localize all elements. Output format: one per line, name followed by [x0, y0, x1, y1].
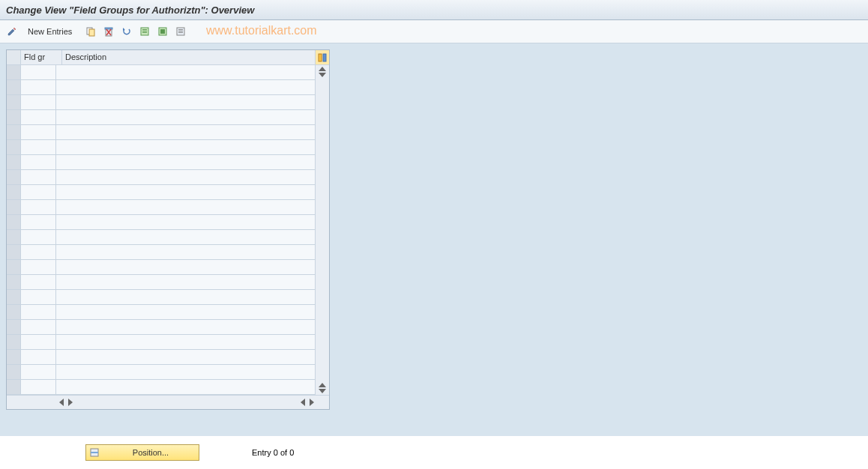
- table-row: [7, 155, 316, 170]
- cell-description[interactable]: [56, 140, 316, 155]
- row-selector[interactable]: [7, 140, 21, 155]
- column-header-fldgr[interactable]: Fld gr: [21, 50, 62, 65]
- row-selector[interactable]: [7, 260, 21, 275]
- cell-fldgr[interactable]: [21, 260, 56, 275]
- deselect-all-icon[interactable]: [173, 24, 188, 39]
- cell-fldgr[interactable]: [21, 65, 56, 80]
- cell-description[interactable]: [56, 350, 316, 365]
- row-selector[interactable]: [7, 275, 21, 290]
- column-header-description[interactable]: Description: [62, 50, 316, 65]
- cell-description[interactable]: [56, 185, 316, 200]
- cell-fldgr[interactable]: [21, 170, 56, 185]
- row-selector[interactable]: [7, 230, 21, 245]
- cell-fldgr[interactable]: [21, 290, 56, 305]
- cell-fldgr[interactable]: [21, 380, 56, 395]
- cell-description[interactable]: [56, 155, 316, 170]
- cell-fldgr[interactable]: [21, 305, 56, 320]
- cell-description[interactable]: [56, 95, 316, 110]
- row-selector[interactable]: [7, 305, 21, 320]
- scroll-left-icon[interactable]: [59, 399, 64, 406]
- svg-rect-17: [323, 54, 326, 61]
- cell-description[interactable]: [56, 65, 316, 80]
- cell-description[interactable]: [56, 245, 316, 260]
- cell-description[interactable]: [56, 125, 316, 140]
- delete-icon[interactable]: [101, 24, 116, 39]
- cell-description[interactable]: [56, 305, 316, 320]
- table-row: [7, 170, 316, 185]
- cell-fldgr[interactable]: [21, 335, 56, 350]
- cell-description[interactable]: [56, 170, 316, 185]
- cell-description[interactable]: [56, 200, 316, 215]
- select-all-icon[interactable]: [137, 24, 152, 39]
- cell-fldgr[interactable]: [21, 200, 56, 215]
- cell-description[interactable]: [56, 80, 316, 95]
- cell-fldgr[interactable]: [21, 185, 56, 200]
- row-selector[interactable]: [7, 290, 21, 305]
- cell-fldgr[interactable]: [21, 215, 56, 230]
- row-selector[interactable]: [7, 320, 21, 335]
- cell-fldgr[interactable]: [21, 95, 56, 110]
- scroll-right-icon[interactable]: [310, 399, 314, 406]
- cell-description[interactable]: [56, 335, 316, 350]
- table-row: [7, 200, 316, 215]
- select-block-icon[interactable]: [155, 24, 170, 39]
- row-selector[interactable]: [7, 170, 21, 185]
- scroll-down-icon[interactable]: [319, 389, 326, 393]
- cell-fldgr[interactable]: [21, 140, 56, 155]
- table-select-all[interactable]: [7, 50, 21, 65]
- row-selector[interactable]: [7, 350, 21, 365]
- toolbar: New Entries www.tutorialkart.com: [0, 20, 868, 43]
- vertical-scrollbar[interactable]: [316, 65, 329, 395]
- scroll-up-step-icon[interactable]: [319, 73, 326, 77]
- cell-description[interactable]: [56, 290, 316, 305]
- cell-fldgr[interactable]: [21, 230, 56, 245]
- cell-fldgr[interactable]: [21, 125, 56, 140]
- row-selector[interactable]: [7, 335, 21, 350]
- scroll-left-step-icon[interactable]: [68, 399, 73, 406]
- cell-fldgr[interactable]: [21, 155, 56, 170]
- cell-description[interactable]: [56, 110, 316, 125]
- row-selector[interactable]: [7, 215, 21, 230]
- cell-description[interactable]: [56, 230, 316, 245]
- new-entries-button[interactable]: New Entries: [22, 25, 77, 38]
- row-selector[interactable]: [7, 80, 21, 95]
- row-selector[interactable]: [7, 365, 21, 380]
- table-body: [7, 65, 329, 395]
- cell-fldgr[interactable]: [21, 350, 56, 365]
- row-selector[interactable]: [7, 95, 21, 110]
- copy-icon[interactable]: [83, 24, 98, 39]
- table-settings-icon[interactable]: [316, 50, 329, 65]
- toggle-change-icon[interactable]: [4, 24, 19, 39]
- row-selector[interactable]: [7, 185, 21, 200]
- cell-fldgr[interactable]: [21, 245, 56, 260]
- cell-description[interactable]: [56, 380, 316, 395]
- cell-fldgr[interactable]: [21, 110, 56, 125]
- svg-rect-8: [142, 31, 147, 31]
- cell-description[interactable]: [56, 365, 316, 380]
- row-selector[interactable]: [7, 125, 21, 140]
- scroll-up-icon[interactable]: [319, 67, 326, 71]
- cell-description[interactable]: [56, 320, 316, 335]
- cell-description[interactable]: [56, 275, 316, 290]
- row-selector[interactable]: [7, 155, 21, 170]
- cell-fldgr[interactable]: [21, 320, 56, 335]
- cell-fldgr[interactable]: [21, 80, 56, 95]
- cell-description[interactable]: [56, 215, 316, 230]
- svg-rect-1: [89, 29, 94, 36]
- table-row: [7, 365, 316, 380]
- cell-fldgr[interactable]: [21, 365, 56, 380]
- row-selector[interactable]: [7, 65, 21, 80]
- undo-icon[interactable]: [119, 24, 134, 39]
- table-row: [7, 305, 316, 320]
- row-selector[interactable]: [7, 110, 21, 125]
- scroll-right-step-icon[interactable]: [301, 399, 305, 406]
- row-selector[interactable]: [7, 200, 21, 215]
- title-bar: Change View "Field Groups for Authoriztn…: [0, 0, 868, 20]
- row-selector[interactable]: [7, 380, 21, 395]
- cell-fldgr[interactable]: [21, 275, 56, 290]
- scroll-down-step-icon[interactable]: [319, 383, 326, 387]
- horizontal-scrollbar[interactable]: [7, 395, 329, 409]
- cell-description[interactable]: [56, 260, 316, 275]
- row-selector[interactable]: [7, 245, 21, 260]
- position-button[interactable]: Position...: [85, 444, 199, 461]
